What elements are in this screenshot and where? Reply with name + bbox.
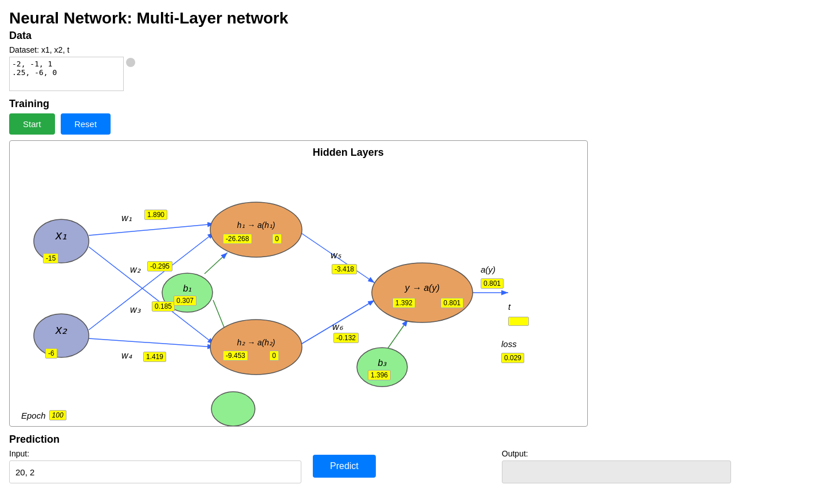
- start-button[interactable]: Start: [9, 113, 55, 135]
- b3-value-box: 1.396: [368, 370, 391, 380]
- node-x2-label: x₂: [55, 322, 68, 337]
- h1-pre-value-box: -26.268: [223, 234, 252, 244]
- edge-x1-h1: [89, 224, 214, 235]
- weight-w4-label: w₄: [121, 351, 132, 360]
- epoch-label: Epoch: [21, 411, 46, 420]
- w4-value-box: 1.419: [143, 352, 166, 362]
- weight-w3-label: w₃: [130, 305, 141, 314]
- prediction-heading: Prediction: [9, 434, 816, 446]
- w3-value-box: 0.185: [152, 301, 175, 312]
- ay-value-box: 0.801: [481, 278, 504, 289]
- weight-w5-label: w₅: [331, 250, 341, 260]
- weight-w6-label: w₆: [332, 322, 344, 332]
- node-h1-label: h₁ → a(h₁): [237, 220, 275, 230]
- output-t-label: t: [508, 302, 511, 312]
- predict-button[interactable]: Predict: [313, 455, 376, 478]
- data-heading: Data: [9, 30, 816, 42]
- training-buttons: Start Reset: [9, 113, 816, 135]
- node-y: [372, 263, 473, 322]
- t-value-box: [508, 317, 529, 326]
- dataset-textarea[interactable]: [9, 57, 124, 91]
- b1-value-box: 0.307: [174, 296, 197, 306]
- x2-value-box: -6: [45, 348, 57, 359]
- w6-value-box: -0.132: [333, 333, 359, 343]
- edge-b1-h1: [205, 253, 227, 274]
- w5-value-box: -3.418: [332, 264, 357, 274]
- node-x1-label: x₁: [55, 228, 67, 242]
- h2-pre-value-box: -9.453: [223, 351, 248, 361]
- reset-button[interactable]: Reset: [61, 113, 111, 135]
- x1-value-box: -15: [43, 253, 58, 263]
- node-h2-label: h₂ → a(h₂): [237, 338, 275, 347]
- prediction-section: Prediction Input: Predict Output:: [9, 434, 816, 483]
- output-loss-label: loss: [501, 339, 517, 349]
- h1-post-value-box: 0: [272, 234, 282, 244]
- weight-w1-label: w₁: [121, 213, 132, 223]
- textarea-resize-handle[interactable]: [126, 58, 135, 67]
- prediction-output-label: Output:: [502, 449, 731, 458]
- y-post-value-box: 0.801: [441, 298, 463, 308]
- dataset-container: [9, 57, 147, 91]
- training-section: Training Start Reset Hidden Layers: [9, 98, 816, 427]
- node-h1: [210, 202, 302, 257]
- node-y-label: y → a(y): [404, 283, 439, 293]
- node-b1-label: b₁: [183, 284, 192, 293]
- node-b2: [211, 392, 255, 426]
- dataset-label: Dataset: x1, x2, t: [9, 45, 816, 54]
- page-title: Neural Network: Multi-Layer network: [9, 9, 816, 27]
- edge-b3-y: [388, 320, 408, 348]
- prediction-output-group: Output:: [502, 449, 731, 483]
- output-ay-label: a(y): [481, 265, 496, 274]
- w2-value-box: -0.295: [147, 261, 172, 271]
- prediction-input[interactable]: [9, 460, 301, 483]
- data-section: Data Dataset: x1, x2, t: [9, 30, 816, 91]
- h2-post-value-box: 0: [269, 351, 279, 361]
- prediction-row: Input: Predict Output:: [9, 449, 816, 483]
- loss-value-box: 0.029: [501, 353, 524, 363]
- epoch-row: Epoch 100: [21, 410, 66, 420]
- node-h2: [210, 320, 302, 375]
- edge-x2-h2: [89, 338, 214, 347]
- w1-value-box: 1.890: [144, 210, 167, 220]
- weight-w2-label: w₂: [130, 265, 141, 274]
- epoch-value-box: 100: [49, 410, 66, 420]
- network-diagram: Hidden Layers: [9, 140, 588, 427]
- y-pre-value-box: 1.392: [392, 298, 415, 308]
- node-b3-label: b₃: [378, 358, 387, 368]
- training-heading: Training: [9, 98, 816, 110]
- prediction-input-group: Input:: [9, 449, 301, 483]
- prediction-output: [502, 460, 731, 483]
- prediction-input-label: Input:: [9, 449, 301, 458]
